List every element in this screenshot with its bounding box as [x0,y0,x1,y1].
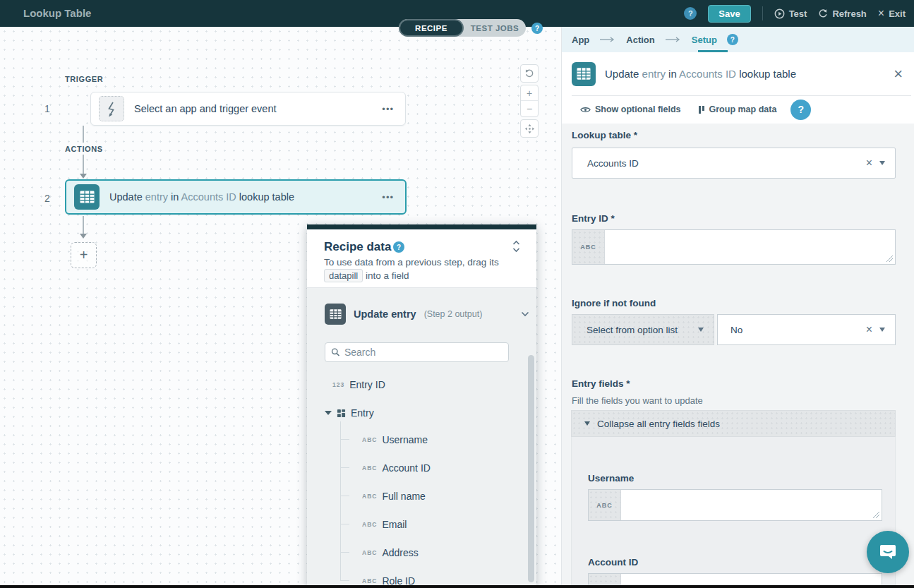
account-id-label: Account ID [588,557,638,568]
recipe-data-title: Recipe data [324,240,391,254]
breadcrumb-action[interactable]: Action [626,35,654,45]
connector-line [83,155,84,174]
close-icon: × [878,7,884,20]
search-input[interactable] [344,347,503,358]
source-meta: (Step 2 output) [424,309,483,319]
topbar-divider [762,6,763,20]
connector-line [83,216,84,234]
source-name: Update entry [354,308,416,320]
step-number: 2 [44,193,50,204]
step-menu-button[interactable]: ••• [371,192,405,203]
datapill-address[interactable]: ABCAddress [362,547,419,558]
tree-stub [340,580,349,581]
refresh-icon [818,8,828,18]
arrow-right-icon [665,37,682,42]
text-type-icon: ABC [362,464,377,472]
zoom-control: + − [520,85,539,117]
arrow-right-icon [599,37,616,42]
text-type-icon: ABC [362,493,377,500]
expand-caret-icon[interactable] [325,411,332,415]
bottom-edge-bar [0,585,914,588]
lookup-table-select[interactable]: Accounts ID × [572,148,896,179]
refresh-button[interactable]: Refresh [818,8,866,19]
zoom-out-button[interactable]: − [521,101,538,116]
view-toggle: RECIPE TEST JOBS [399,19,526,37]
chat-bubble-icon [878,542,898,562]
test-button[interactable]: Test [774,8,807,19]
ignore-value-select[interactable]: No × [717,314,896,345]
breadcrumb-setup[interactable]: Setup [692,35,717,45]
username-label: Username [588,473,634,484]
breadcrumb: App Action Setup ? [562,27,914,52]
chevron-down-icon [521,311,529,317]
clear-icon[interactable]: × [859,157,879,169]
step-output-icon [325,304,346,325]
datapill-chip: datapill [324,269,363,282]
recipe-data-description: To use data from a previous step, drag i… [324,256,522,282]
clear-icon[interactable]: × [859,323,879,336]
datapill-full-name[interactable]: ABCFull name [362,491,426,502]
chat-launcher-button[interactable] [867,531,909,573]
save-button[interactable]: Save [708,5,750,23]
show-optional-fields-toggle[interactable]: Show optional fields [580,104,681,114]
input-mode-dropdown[interactable]: Select from option list [572,314,714,345]
trigger-step[interactable]: Select an app and trigger event ••• [90,92,406,126]
search-icon [331,347,340,357]
text-type-icon: ABC [362,436,377,443]
tree-stub [340,467,349,468]
form-help-button[interactable]: ? [790,100,811,120]
text-type-badge: ABC [589,574,621,585]
datapill-entry-object[interactable]: Entry [325,407,374,419]
add-step-button[interactable]: + [71,242,97,268]
datapill-email[interactable]: ABCEmail [362,519,407,530]
datapill-account-id[interactable]: ABCAccount ID [362,462,431,474]
action-title: Update entry in Accounts ID lookup table [605,68,894,80]
chevron-down-icon[interactable] [879,161,885,165]
search-field [325,342,509,362]
reset-view-button[interactable] [520,64,539,83]
step-menu-button[interactable]: ••• [371,104,405,114]
group-columns-icon [698,105,705,114]
caret-down-icon [584,421,590,426]
group-map-data-toggle[interactable]: Group map data [698,104,777,114]
panel-toolbar: Show optional fields Group map data ? [562,95,914,124]
datapill-username[interactable]: ABCUsername [362,434,428,445]
chevron-down-icon[interactable] [879,328,885,332]
action-step-selected[interactable]: Update entry in Accounts ID lookup table… [65,179,407,215]
collapse-entry-fields-bar[interactable]: Collapse all entry fields fields [571,410,896,437]
recipe-data-help-icon[interactable]: ? [393,241,404,253]
help-icon[interactable]: ? [684,7,697,20]
entry-id-field: ABC [572,229,896,265]
connector-arrow [80,234,87,239]
close-panel-button[interactable]: × [894,66,903,82]
setup-help-icon[interactable]: ? [727,34,738,45]
entry-id-input[interactable] [605,230,895,264]
collapse-panel-icon[interactable] [512,239,521,256]
toggle-help-icon[interactable]: ? [531,23,543,34]
resize-handle[interactable] [873,512,879,518]
actions-section-label: ACTIONS [65,145,103,153]
pan-fit-button[interactable] [520,119,539,138]
trigger-bolt-icon [99,96,124,121]
ignore-label: Ignore if not found [572,298,656,308]
tab-recipe[interactable]: RECIPE [399,19,464,37]
zoom-in-button[interactable]: + [521,85,538,101]
text-type-badge: ABC [589,490,621,520]
recipe-data-header: Recipe data ? To use data from a previou… [307,229,536,288]
account-id-input[interactable] [621,574,882,585]
trigger-section-label: TRIGGER [65,75,103,83]
datapill-entry-id[interactable]: 123 Entry ID [332,379,385,390]
scrollbar-thumb[interactable] [528,355,534,582]
lookup-table-label: Lookup table * [572,130,637,140]
username-input[interactable] [621,490,882,520]
tree-stub [340,524,349,524]
breadcrumb-app[interactable]: App [572,35,589,45]
tree-stub [340,496,349,496]
entry-fields-label: Entry fields * [572,378,630,389]
entry-fields-section: Username ABC Account ID ABC [571,437,896,585]
ignore-value: No [718,325,742,335]
resize-handle[interactable] [886,256,893,262]
exit-button[interactable]: × Exit [878,7,906,20]
output-source-row[interactable]: Update entry (Step 2 output) [325,304,529,325]
tab-test-jobs[interactable]: TEST JOBS [464,19,526,37]
